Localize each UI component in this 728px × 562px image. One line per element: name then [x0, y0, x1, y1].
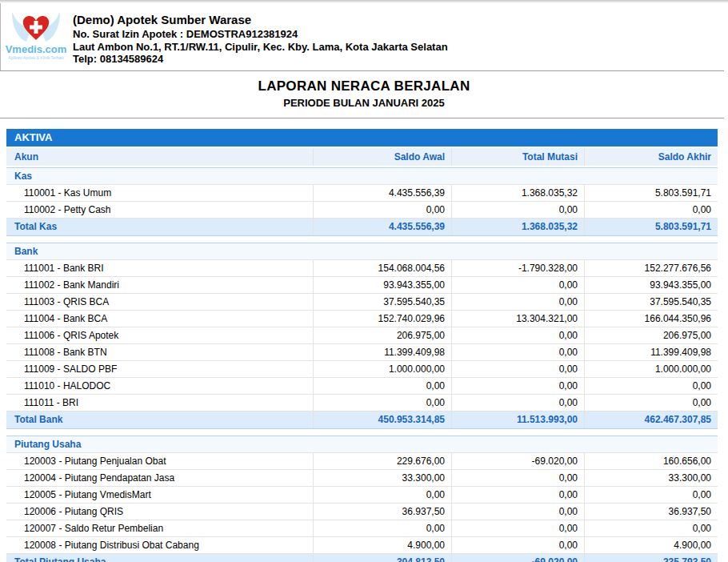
account-cell: 120005 - Piutang VmedisMart	[6, 487, 313, 504]
balance-table: AKTIVA Akun Saldo Awal Total Mutasi Sald…	[6, 129, 718, 562]
section-total-row: Total Bank 450.953.314,85 11.513.993,00 …	[6, 411, 718, 429]
table-sections: Kas 110001 - Kas Umum 4.435.556,39 1.368…	[6, 167, 718, 562]
account-cell: 111002 - Bank Mandiri	[6, 277, 313, 294]
pharmacy-info: (Demo) Apotek Sumber Warase No. Surat Iz…	[73, 10, 448, 66]
saldo-akhir-cell: 0,00	[584, 520, 718, 537]
account-section: Bank 111001 - Bank BRI 154.068.004,56 -1…	[6, 243, 718, 429]
total-saldo-akhir-cell: 235.793,50	[584, 554, 718, 562]
saldo-akhir-cell: 11.399.409,98	[584, 344, 718, 361]
saldo-awal-cell: 0,00	[313, 378, 451, 395]
report-header: Vmedis.com Aplikasi Apotek & Klinik Terb…	[0, 3, 728, 70]
account-cell: 111004 - Bank BCA	[6, 311, 313, 327]
table-row: 111002 - Bank Mandiri 93.943.355,00 0,00…	[6, 277, 718, 294]
total-mutasi-cell: 0,00	[451, 487, 584, 504]
total-saldo-awal-cell: 4.435.556,39	[313, 219, 451, 235]
total-mutasi-cell: 0,00	[451, 361, 584, 378]
account-cell: 120006 - Piutang QRIS	[6, 504, 313, 520]
column-header-saldo-awal: Saldo Awal	[313, 148, 451, 166]
saldo-akhir-cell: 166.044.350,96	[584, 311, 718, 327]
saldo-awal-cell: 0,00	[313, 395, 451, 411]
account-section: Kas 110001 - Kas Umum 4.435.556,39 1.368…	[6, 167, 718, 236]
total-mutasi-cell: 13.304.321,00	[451, 311, 584, 327]
section-total-row: Total Kas 4.435.556,39 1.368.035,32 5.80…	[6, 219, 718, 236]
saldo-akhir-cell: 206.975,00	[584, 327, 718, 344]
total-total-mutasi-cell: 11.513.993,00	[451, 411, 584, 428]
table-row: 120008 - Piutang Distribusi Obat Cabang …	[6, 537, 718, 554]
total-saldo-akhir-cell: 5.803.591,71	[584, 219, 718, 235]
account-cell: 110001 - Kas Umum	[6, 185, 313, 202]
saldo-akhir-cell: 93.943.355,00	[584, 277, 718, 294]
total-mutasi-cell: 0,00	[451, 202, 584, 219]
saldo-awal-cell: 0,00	[313, 520, 451, 537]
report-period: PERIODE BULAN JANUARI 2025	[0, 97, 728, 109]
total-label-cell: Total Bank	[6, 411, 313, 428]
account-cell: 120003 - Piutang Penjualan Obat	[6, 453, 313, 470]
table-row: 111004 - Bank BCA 152.740.029,96 13.304.…	[6, 311, 718, 327]
total-mutasi-cell: 0,00	[451, 520, 584, 537]
table-row: 120003 - Piutang Penjualan Obat 229.676,…	[6, 453, 718, 470]
account-cell: 111011 - BRI	[6, 395, 313, 411]
saldo-awal-cell: 4.435.556,39	[313, 185, 451, 202]
total-mutasi-cell: 0,00	[451, 294, 584, 311]
total-mutasi-cell: -1.790.328,00	[451, 260, 584, 277]
table-row: 110002 - Petty Cash 0,00 0,00 0,00	[6, 202, 718, 219]
total-total-mutasi-cell: 1.368.035,32	[451, 219, 584, 235]
total-mutasi-cell: 0,00	[451, 344, 584, 361]
table-row: 111011 - BRI 0,00 0,00 0,00	[6, 395, 718, 411]
section-name: Kas	[14, 171, 32, 182]
total-saldo-awal-cell: 304.813,50	[313, 554, 451, 562]
saldo-awal-cell: 37.595.540,35	[313, 294, 451, 311]
pharmacy-name: (Demo) Apotek Sumber Warase	[73, 13, 448, 26]
account-cell: 120007 - Saldo Retur Pembelian	[6, 520, 313, 537]
account-cell: 111001 - Bank BRI	[6, 260, 313, 277]
saldo-awal-cell: 33.300,00	[313, 470, 451, 487]
section-header: Kas	[6, 168, 718, 185]
table-row: 120004 - Piutang Pendapatan Jasa 33.300,…	[6, 470, 718, 487]
total-mutasi-cell: 1.368.035,32	[451, 185, 584, 202]
saldo-awal-cell: 0,00	[313, 202, 451, 219]
total-saldo-akhir-cell: 462.467.307,85	[584, 411, 718, 428]
saldo-akhir-cell: 160.656,00	[584, 453, 718, 470]
total-total-mutasi-cell: -69.020,00	[451, 554, 584, 562]
table-row: 120006 - Piutang QRIS 36.937,50 0,00 36.…	[6, 504, 718, 520]
saldo-awal-cell: 4.900,00	[313, 537, 451, 554]
heart-cross-wings-icon	[4, 11, 68, 45]
account-cell: 111009 - SALDO PBF	[6, 361, 313, 378]
pharmacy-address: Laut Ambon No.1, RT.1/RW.11, Cipulir, Ke…	[73, 41, 448, 54]
saldo-akhir-cell: 0,00	[584, 378, 718, 395]
saldo-akhir-cell: 0,00	[584, 487, 718, 504]
table-column-header: Akun Saldo Awal Total Mutasi Saldo Akhir	[6, 148, 718, 166]
pharmacy-license: No. Surat Izin Apotek : DEMOSTRA91238192…	[73, 28, 448, 41]
total-mutasi-cell: 0,00	[451, 470, 584, 487]
table-row: 111003 - QRIS BCA 37.595.540,35 0,00 37.…	[6, 294, 718, 311]
section-header: Piutang Usaha	[6, 436, 718, 453]
table-row: 111006 - QRIS Apotek 206.975,00 0,00 206…	[6, 327, 718, 344]
table-row: 111008 - Bank BTN 11.399.409,98 0,00 11.…	[6, 344, 718, 361]
account-section: Piutang Usaha 120003 - Piutang Penjualan…	[6, 436, 718, 562]
saldo-awal-cell: 229.676,00	[313, 453, 451, 470]
vmedis-logo: Vmedis.com Aplikasi Apotek & Klinik Terb…	[4, 10, 68, 60]
saldo-akhir-cell: 152.277.676,56	[584, 260, 718, 277]
saldo-awal-cell: 11.399.409,98	[313, 344, 451, 361]
saldo-awal-cell: 206.975,00	[313, 327, 451, 344]
column-header-total-mutasi: Total Mutasi	[451, 148, 584, 166]
section-header: Bank	[6, 243, 718, 260]
table-row: 111009 - SALDO PBF 1.000.000,00 0,00 1.0…	[6, 361, 718, 378]
total-saldo-awal-cell: 450.953.314,85	[313, 411, 451, 428]
logo-brand-text: Vmedis.com	[4, 43, 68, 55]
saldo-awal-cell: 36.937,50	[313, 504, 451, 520]
saldo-akhir-cell: 4.900,00	[584, 537, 718, 554]
total-label-cell: Total Kas	[6, 219, 313, 235]
section-rows: 111001 - Bank BRI 154.068.004,56 -1.790.…	[6, 260, 718, 411]
total-mutasi-cell: 0,00	[451, 537, 584, 554]
total-mutasi-cell: -69.020,00	[451, 453, 584, 470]
report-title-block: LAPORAN NERACA BERJALAN PERIODE BULAN JA…	[0, 71, 728, 118]
section-rows: 120003 - Piutang Penjualan Obat 229.676,…	[6, 453, 718, 554]
section-name: Piutang Usaha	[14, 439, 81, 450]
table-row: 111001 - Bank BRI 154.068.004,56 -1.790.…	[6, 260, 718, 277]
section-rows: 110001 - Kas Umum 4.435.556,39 1.368.035…	[6, 185, 718, 219]
table-row: 110001 - Kas Umum 4.435.556,39 1.368.035…	[6, 185, 718, 202]
logo-tagline: Aplikasi Apotek & Klinik Terbaik	[4, 55, 68, 60]
account-cell: 111006 - QRIS Apotek	[6, 327, 313, 344]
title-divider	[0, 118, 724, 118]
